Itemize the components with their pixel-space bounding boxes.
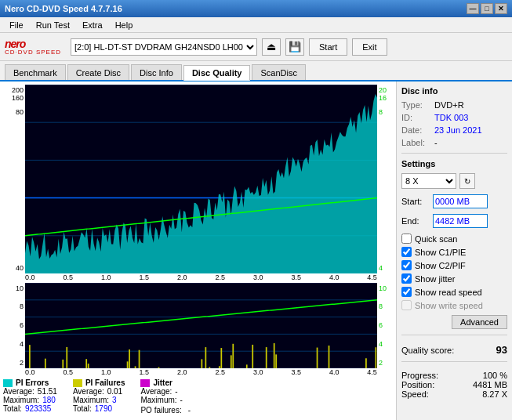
nero-logo: nero CD·DVD SPEED	[5, 38, 61, 56]
show-write-speed-checkbox	[401, 300, 412, 310]
po-failures-label: PO failures:	[140, 406, 181, 415]
jitter-max-label: Maximum:	[140, 396, 176, 404]
minimize-button[interactable]: —	[467, 3, 479, 14]
menu-extra[interactable]: Extra	[76, 20, 109, 31]
menu-file[interactable]: File	[3, 20, 30, 31]
show-c1pie-checkbox[interactable]	[401, 247, 412, 257]
pi-errors-label: PI Errors	[16, 378, 49, 387]
menu-bar: File Run Test Extra Help	[0, 17, 512, 33]
speed-value: 8.27 X	[482, 389, 507, 399]
pi-failures-avg-value: 0.01	[107, 387, 122, 396]
exit-button[interactable]: Exit	[352, 38, 387, 56]
pi-errors-avg-label: Average:	[3, 387, 34, 396]
divider2	[401, 335, 507, 335]
pi-failures-avg-label: Average:	[73, 387, 104, 396]
chart2-canvas	[25, 283, 377, 368]
show-read-speed-checkbox[interactable]	[401, 287, 412, 297]
pi-errors-max-value: 180	[42, 396, 56, 404]
window-controls: — □ ✕	[467, 3, 507, 14]
maximize-button[interactable]: □	[481, 3, 493, 14]
quick-scan-label: Quick scan	[415, 234, 457, 244]
jitter-avg-value: -	[175, 387, 177, 396]
quick-scan-row: Quick scan	[401, 234, 507, 244]
pi-errors-total-value: 923335	[25, 404, 51, 413]
pi-errors-color	[3, 379, 13, 387]
chart-area: 200 160 80 40 20 16 8 4 0.00.51.01.52.02…	[0, 81, 396, 420]
chart2-canvas-container	[25, 283, 377, 368]
tab-disc-info[interactable]: Disc Info	[131, 64, 182, 80]
advanced-button[interactable]: Advanced	[452, 315, 507, 329]
start-mb-row: Start:	[401, 194, 507, 208]
chart1-x-axis: 0.00.51.01.52.02.53.03.54.04.5	[3, 273, 393, 281]
pi-errors-max-label: Maximum:	[3, 396, 39, 404]
show-c2pif-row: Show C2/PIF	[401, 260, 507, 270]
pi-failures-max-value: 3	[112, 396, 117, 404]
date-value: 23 Jun 2021	[434, 125, 482, 135]
eject-icon-button[interactable]: ⏏	[262, 38, 281, 56]
position-value: 4481 MB	[473, 380, 507, 389]
show-read-speed-row: Show read speed	[401, 287, 507, 297]
main-content: 200 160 80 40 20 16 8 4 0.00.51.01.52.02…	[0, 81, 512, 420]
po-failures-value: -	[188, 406, 191, 415]
chart1-canvas	[25, 85, 377, 273]
show-c2pif-checkbox[interactable]	[401, 260, 412, 270]
start-mb-label: Start:	[401, 197, 430, 206]
id-value: TDK 003	[434, 113, 468, 122]
jitter-max-value: -	[180, 396, 183, 404]
chart2-x-axis: 0.00.51.01.52.02.53.03.54.04.5	[3, 368, 393, 376]
tab-scan-disc[interactable]: ScanDisc	[252, 64, 305, 80]
drive-select[interactable]: [2:0] HL-DT-ST DVDRAM GH24NSD0 LH00	[71, 38, 257, 56]
close-button[interactable]: ✕	[495, 3, 507, 14]
tab-benchmark[interactable]: Benchmark	[5, 64, 66, 80]
disc-label-label: Label:	[401, 138, 431, 147]
right-panel: Disc info Type: DVD+R ID: TDK 003 Date: …	[396, 81, 512, 420]
quality-score-label: Quality score:	[401, 346, 454, 355]
pi-errors-total-label: Total:	[3, 404, 22, 413]
disc-label-value: -	[434, 138, 438, 147]
quick-scan-checkbox[interactable]	[401, 234, 412, 244]
legend-pi-failures: PI Failures Average: 0.01 Maximum: 3 Tot…	[73, 378, 125, 415]
show-c1pie-label: Show C1/PIE	[415, 248, 466, 257]
pi-failures-total-label: Total:	[73, 404, 92, 413]
show-jitter-checkbox[interactable]	[401, 273, 412, 284]
speed-select[interactable]: 8 X	[401, 173, 456, 189]
menu-help[interactable]: Help	[109, 20, 140, 31]
chart1-y-left: 200 160 80 40	[3, 85, 25, 273]
refresh-icon-button[interactable]: ↻	[459, 173, 475, 189]
app-title: Nero CD-DVD Speed 4.7.7.16	[5, 4, 122, 13]
jitter-avg-label: Average:	[140, 387, 172, 396]
show-jitter-row: Show jitter	[401, 273, 507, 284]
legend-area: PI Errors Average: 51.51 Maximum: 180 To…	[3, 376, 393, 417]
jitter-color	[140, 379, 150, 387]
progress-section: Progress: 100 % Position: 4481 MB Speed:…	[401, 371, 507, 399]
speed-row: 8 X ↻	[401, 173, 507, 189]
show-c1pie-row: Show C1/PIE	[401, 247, 507, 257]
end-mb-label: End:	[401, 216, 430, 226]
type-label: Type:	[401, 100, 431, 110]
end-mb-input[interactable]	[433, 214, 488, 228]
show-write-speed-label: Show write speed	[415, 301, 483, 310]
nero-logo-text-bottom: CD·DVD SPEED	[5, 49, 61, 56]
start-button[interactable]: Start	[309, 38, 347, 56]
title-bar: Nero CD-DVD Speed 4.7.7.16 — □ ✕	[0, 0, 512, 17]
type-value: DVD+R	[434, 100, 464, 110]
save-icon-button[interactable]: 💾	[285, 38, 304, 56]
position-row: Position: 4481 MB	[401, 380, 507, 389]
tab-create-disc[interactable]: Create Disc	[67, 64, 129, 80]
jitter-label: Jitter	[153, 378, 172, 387]
date-label: Date:	[401, 125, 431, 135]
show-write-speed-row: Show write speed	[401, 300, 507, 310]
pi-failures-label: PI Failures	[85, 378, 125, 387]
legend-pi-errors: PI Errors Average: 51.51 Maximum: 180 To…	[3, 378, 57, 415]
info-id-row: ID: TDK 003	[401, 113, 507, 122]
show-c2pif-label: Show C2/PIF	[415, 261, 466, 270]
start-mb-input[interactable]	[433, 194, 488, 208]
toolbar: nero CD·DVD SPEED [2:0] HL-DT-ST DVDRAM …	[0, 33, 512, 61]
info-type-row: Type: DVD+R	[401, 100, 507, 110]
nero-logo-text-top: nero	[5, 38, 61, 49]
tab-disc-quality[interactable]: Disc Quality	[183, 65, 251, 81]
quality-score-row: Quality score: 93	[401, 344, 507, 356]
menu-run-test[interactable]: Run Test	[30, 20, 76, 31]
speed-row-display: Speed: 8.27 X	[401, 389, 507, 399]
show-jitter-label: Show jitter	[415, 274, 455, 284]
